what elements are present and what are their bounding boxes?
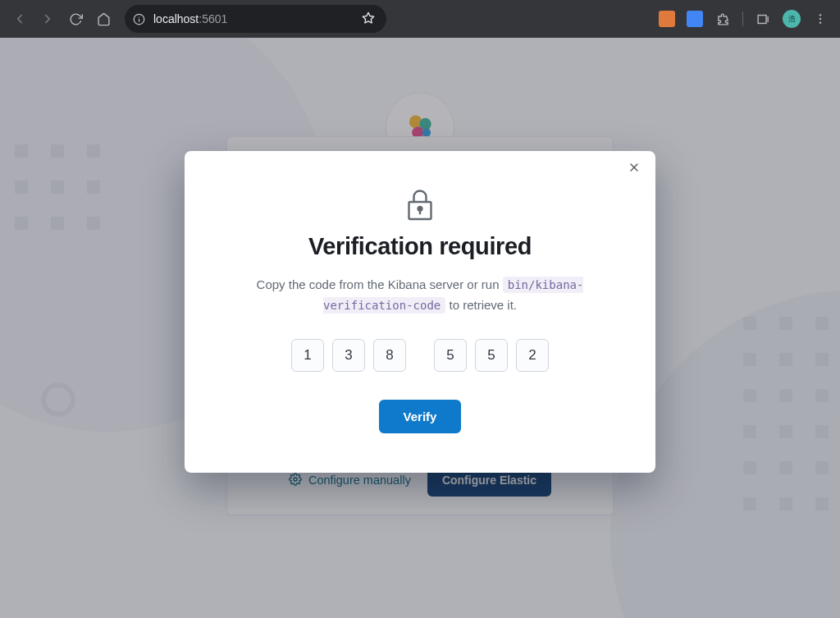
- code-digit-input[interactable]: 5: [434, 339, 467, 372]
- back-icon[interactable]: [11, 11, 28, 27]
- modal-description: Copy the code from the Kibana server or …: [231, 275, 609, 316]
- media-icon[interactable]: [755, 11, 771, 27]
- code-digit-value: 2: [528, 347, 536, 364]
- site-info-icon[interactable]: [133, 13, 145, 25]
- svg-point-7: [819, 18, 821, 20]
- close-icon[interactable]: [628, 161, 644, 177]
- svg-point-8: [819, 21, 821, 23]
- code-digit-value: 1: [304, 347, 311, 364]
- url-text: localhost:5601: [153, 12, 227, 25]
- modal-title: Verification required: [231, 233, 609, 260]
- modal-desc-text: Copy the code from the Kibana server or …: [257, 277, 503, 291]
- code-digit-input[interactable]: 5: [475, 339, 508, 372]
- reload-icon[interactable]: [67, 11, 84, 27]
- svg-point-6: [819, 14, 821, 16]
- code-digit-value: 5: [487, 347, 495, 364]
- svg-marker-3: [363, 12, 373, 23]
- page-body: Configure manually Configure Elastic Ver…: [0, 38, 840, 618]
- browser-chrome: localhost:5601 浩: [0, 0, 840, 38]
- code-digit-value: 3: [345, 347, 352, 364]
- code-digit-input[interactable]: 3: [332, 339, 365, 372]
- forward-icon[interactable]: [39, 11, 56, 27]
- browser-right-controls: 浩: [659, 10, 833, 28]
- extension-icon[interactable]: [659, 11, 675, 27]
- url-port: :5601: [199, 12, 227, 25]
- address-bar[interactable]: localhost:5601: [125, 5, 386, 33]
- lock-icon: [231, 187, 609, 222]
- code-digit-value: 5: [446, 347, 454, 364]
- divider: [742, 11, 743, 26]
- code-digit-input[interactable]: 8: [373, 339, 406, 372]
- verification-code-inputs: 1 3 8 5 5 2: [231, 339, 609, 372]
- kebab-menu-icon[interactable]: [812, 11, 829, 27]
- profile-avatar[interactable]: 浩: [783, 10, 801, 28]
- modal-desc-text: to retrieve it.: [445, 298, 517, 312]
- verification-modal: Verification required Copy the code from…: [185, 151, 655, 473]
- code-digit-value: 8: [386, 347, 393, 364]
- code-digit-input[interactable]: 1: [291, 339, 324, 372]
- svg-rect-4: [758, 15, 766, 23]
- extensions-puzzle-icon[interactable]: [714, 11, 731, 27]
- verify-label: Verify: [404, 410, 437, 423]
- home-icon[interactable]: [95, 11, 112, 27]
- code-digit-input[interactable]: 2: [516, 339, 549, 372]
- browser-nav: [7, 11, 112, 27]
- extension-icon[interactable]: [687, 11, 703, 27]
- bookmark-star-icon[interactable]: [362, 11, 375, 27]
- verify-button[interactable]: Verify: [379, 400, 462, 433]
- url-host: localhost: [153, 12, 199, 25]
